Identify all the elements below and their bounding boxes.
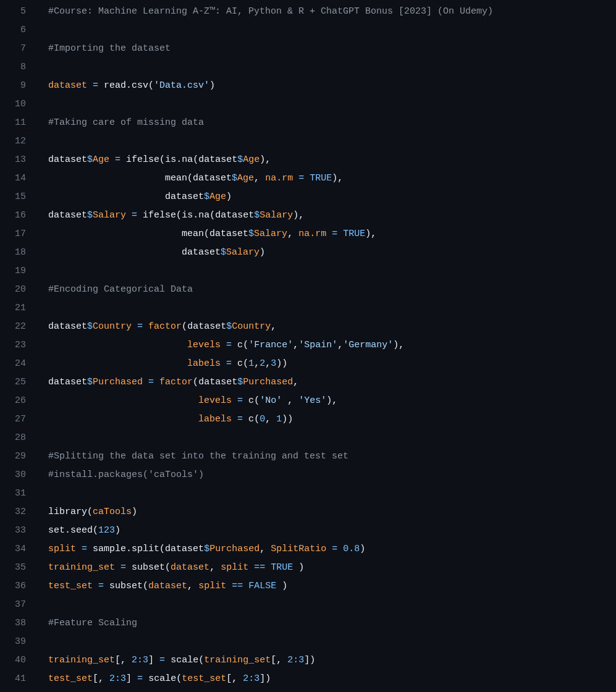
line-number: 16	[0, 206, 26, 225]
code-line[interactable]: training_set[, 2:3] = scale(training_set…	[48, 651, 616, 670]
code-token: $	[248, 229, 254, 239]
code-line[interactable]: split = sample.split(dataset$Purchased, …	[48, 540, 616, 559]
code-token: ,	[298, 210, 304, 221]
code-token	[48, 414, 198, 424]
code-line[interactable]: levels = c('France','Spain','Germany'),	[48, 336, 616, 355]
code-token: training_set	[48, 655, 115, 665]
code-line[interactable]: #Splitting the data set into the trainin…	[48, 447, 616, 466]
code-line[interactable]: #Encoding Categorical Data	[48, 281, 616, 299]
code-token: )	[132, 507, 137, 517]
code-token: ))	[282, 414, 293, 424]
code-token: ,	[293, 340, 298, 350]
code-token: $	[87, 377, 93, 387]
code-token: )	[276, 581, 287, 591]
code-token: levels	[198, 395, 232, 406]
code-token: (	[87, 507, 93, 517]
code-line[interactable]: dataset$Salary = ifelse(is.na(dataset$Sa…	[48, 206, 616, 225]
code-editor[interactable]: 5678910111213141516171819202122232425262…	[0, 0, 616, 692]
code-line[interactable]: dataset$Age = ifelse(is.na(dataset$Age),	[48, 151, 616, 169]
code-token: (	[148, 80, 154, 91]
code-line[interactable]: dataset$Country = factor(dataset$Country…	[48, 318, 616, 336]
code-line[interactable]	[48, 429, 616, 447]
code-line[interactable]	[48, 58, 616, 77]
code-line[interactable]	[48, 132, 616, 151]
code-token	[221, 340, 226, 350]
code-token: (	[243, 358, 248, 369]
code-token: ,	[259, 544, 271, 554]
code-token: )	[332, 173, 337, 184]
code-line[interactable]	[48, 262, 616, 281]
code-token: 0	[259, 414, 265, 424]
code-line[interactable]: set.seed(123)	[48, 521, 616, 540]
code-token: )	[360, 544, 365, 554]
code-token	[76, 544, 82, 554]
code-line[interactable]: dataset$Age)	[48, 188, 616, 206]
code-line[interactable]: #install.packages('caTools')	[48, 466, 616, 484]
code-token: #Taking care of missing data	[48, 117, 204, 128]
code-area[interactable]: #Course: Machine Learning A-Z™: AI, Pyth…	[37, 0, 616, 692]
code-line[interactable]: mean(dataset$Age, na.rm = TRUE),	[48, 169, 616, 188]
code-token: test_set	[48, 673, 93, 684]
code-token: $	[254, 210, 259, 221]
code-token: (	[176, 210, 182, 221]
line-number: 31	[0, 484, 26, 503]
code-token: dataset	[165, 544, 204, 554]
code-token: )	[115, 525, 120, 536]
code-token: (	[193, 154, 198, 165]
code-token: 'France'	[248, 340, 293, 350]
code-token: ,	[282, 395, 298, 406]
code-line[interactable]: #Course: Machine Learning A-Z™: AI, Pyth…	[48, 2, 616, 21]
line-number: 41	[0, 670, 26, 688]
code-line[interactable]: test_set[, 2:3] = scale(test_set[, 2:3])	[48, 670, 616, 688]
code-line[interactable]: dataset = read.csv('Data.csv')	[48, 77, 616, 95]
line-number: 14	[0, 169, 26, 188]
code-line[interactable]	[48, 95, 616, 114]
code-line[interactable]	[48, 484, 616, 503]
code-line[interactable]: library(caTools)	[48, 503, 616, 521]
line-number: 5	[0, 2, 26, 21]
code-line[interactable]: levels = c('No' , 'Yes'),	[48, 392, 616, 410]
code-token: #install.packages('caTools')	[48, 470, 204, 480]
code-line[interactable]	[48, 21, 616, 40]
code-line[interactable]: #Taking care of missing data	[48, 114, 616, 132]
code-token: ])	[259, 673, 271, 684]
code-token	[126, 210, 132, 221]
line-number: 37	[0, 596, 26, 614]
code-line[interactable]: labels = c(0, 1))	[48, 410, 616, 429]
code-token	[248, 562, 254, 573]
code-token	[326, 229, 332, 239]
line-number: 21	[0, 299, 26, 318]
code-line[interactable]	[48, 596, 616, 614]
code-token: dataset	[48, 321, 87, 332]
code-token: ,	[265, 358, 271, 369]
code-token: :	[248, 673, 254, 684]
code-line[interactable]	[48, 299, 616, 318]
code-token: $	[87, 321, 93, 332]
code-token: (	[143, 581, 148, 591]
code-line[interactable]	[48, 633, 616, 651]
code-line[interactable]: dataset$Purchased = factor(dataset$Purch…	[48, 373, 616, 392]
code-token: c	[237, 358, 243, 369]
line-number: 39	[0, 633, 26, 651]
code-token: ))	[276, 358, 287, 369]
code-token: $	[204, 192, 209, 202]
code-token: (	[176, 673, 182, 684]
code-line[interactable]: dataset$Salary)	[48, 243, 616, 262]
code-line[interactable]: test_set = subset(dataset, split == FALS…	[48, 577, 616, 596]
code-token	[87, 80, 93, 91]
code-token: TRUE	[271, 562, 293, 573]
code-token	[337, 229, 343, 239]
code-line[interactable]: #Importing the dataset	[48, 40, 616, 58]
code-token: (	[243, 340, 248, 350]
line-number: 40	[0, 651, 26, 670]
code-line[interactable]: training_set = subset(dataset, split == …	[48, 559, 616, 577]
code-token: sample.split	[93, 544, 159, 554]
code-line[interactable]: #Feature Scaling	[48, 614, 616, 633]
code-token: )	[293, 562, 304, 573]
code-line[interactable]: labels = c(1,2,3))	[48, 355, 616, 373]
code-line[interactable]: mean(dataset$Salary, na.rm = TRUE),	[48, 225, 616, 243]
code-token: =	[226, 358, 232, 369]
code-token	[93, 581, 98, 591]
code-token: $	[237, 154, 243, 165]
code-token: $	[237, 377, 243, 387]
